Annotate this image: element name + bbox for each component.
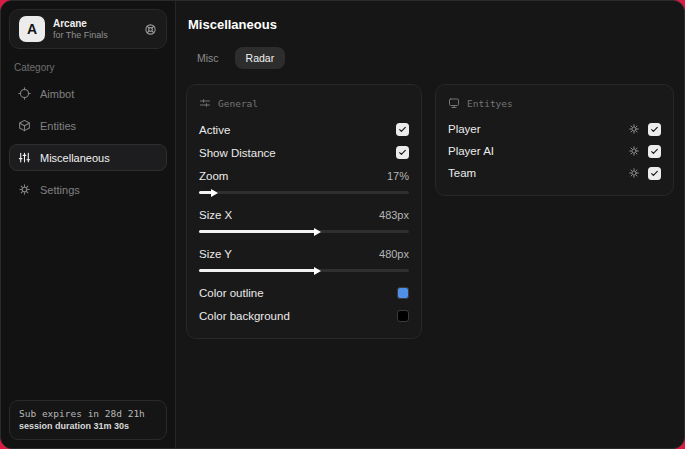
- tab-radar[interactable]: Radar: [235, 47, 286, 69]
- app-name: Arcane: [53, 18, 136, 30]
- session-duration-text: session duration 31m 30s: [19, 420, 157, 432]
- team-checkbox[interactable]: [648, 167, 661, 180]
- slider-row-size-y: Size Y 480px: [199, 242, 409, 265]
- sidebar-item-label: Settings: [40, 184, 80, 196]
- support-icon[interactable]: [144, 23, 157, 36]
- slider-track: [199, 191, 409, 194]
- category-label: Category: [14, 62, 162, 73]
- player-checkbox[interactable]: [648, 123, 661, 136]
- subscription-info-card: Sub expires in 28d 21h session duration …: [9, 400, 167, 440]
- check-icon: [650, 169, 659, 178]
- sidebar-item-label: Aimbot: [40, 88, 74, 100]
- panel-title: Entityes: [467, 98, 513, 109]
- sidebar-item-label: Entities: [40, 120, 76, 132]
- main-content: Miscellaneous Misc Radar General Active: [176, 1, 685, 448]
- color-row-background: Color background: [199, 304, 409, 327]
- tab-bar: Misc Radar: [186, 47, 674, 69]
- gear-icon[interactable]: [628, 145, 640, 157]
- check-icon: [398, 125, 407, 134]
- entities-panel: Entityes Player Player AI: [435, 84, 674, 196]
- color-label: Color outline: [199, 287, 264, 299]
- sidebar-item-label: Miscellaneous: [40, 152, 110, 164]
- color-outline-swatch[interactable]: [397, 287, 409, 299]
- sliders-horizontal-icon: [199, 97, 211, 109]
- gear-icon: [18, 183, 31, 196]
- entity-row-player-ai: Player AI: [448, 140, 661, 162]
- size-x-slider[interactable]: [199, 226, 409, 237]
- sidebar-item-aimbot[interactable]: Aimbot: [9, 80, 167, 107]
- slider-fill: [199, 230, 315, 233]
- slider-label: Size Y: [199, 248, 232, 260]
- panel-title: General: [218, 98, 258, 109]
- gear-icon[interactable]: [628, 123, 640, 135]
- check-icon: [398, 148, 407, 157]
- cube-icon: [18, 119, 31, 132]
- slider-fill: [199, 191, 212, 194]
- color-label: Color background: [199, 310, 290, 322]
- slider-thumb[interactable]: [211, 189, 218, 197]
- tab-misc[interactable]: Misc: [186, 47, 230, 69]
- active-checkbox[interactable]: [396, 123, 409, 136]
- entity-label: Player AI: [448, 145, 620, 157]
- color-row-outline: Color outline: [199, 281, 409, 304]
- slider-thumb[interactable]: [314, 228, 321, 236]
- sub-expiry-text: Sub expires in 28d 21h: [19, 407, 157, 420]
- slider-value: 480px: [379, 248, 409, 260]
- check-icon: [650, 147, 659, 156]
- slider-row-size-x: Size X 483px: [199, 203, 409, 226]
- slider-value: 17%: [387, 170, 409, 182]
- sidebar: A Arcane for The Finals Category Aimbot …: [1, 1, 176, 448]
- sidebar-item-settings[interactable]: Settings: [9, 176, 167, 203]
- size-y-slider[interactable]: [199, 265, 409, 276]
- sidebar-item-entities[interactable]: Entities: [9, 112, 167, 139]
- toggle-label: Active: [199, 124, 230, 136]
- slider-value: 483px: [379, 209, 409, 221]
- player-ai-checkbox[interactable]: [648, 145, 661, 158]
- check-icon: [650, 125, 659, 134]
- sidebar-item-miscellaneous[interactable]: Miscellaneous: [9, 144, 167, 171]
- general-panel: General Active Show Distance Zoom: [186, 84, 422, 339]
- gear-icon[interactable]: [628, 167, 640, 179]
- toggle-label: Show Distance: [199, 147, 276, 159]
- sliders-icon: [18, 151, 31, 164]
- color-background-swatch[interactable]: [397, 310, 409, 322]
- app-logo: A: [19, 16, 45, 42]
- entity-label: Player: [448, 123, 620, 135]
- app-header-card[interactable]: A Arcane for The Finals: [9, 9, 167, 49]
- toggle-row-show-distance: Show Distance: [199, 141, 409, 164]
- toggle-row-active: Active: [199, 118, 409, 141]
- slider-thumb[interactable]: [314, 267, 321, 275]
- entity-row-team: Team: [448, 162, 661, 184]
- app-window: A Arcane for The Finals Category Aimbot …: [0, 0, 685, 449]
- entity-row-player: Player: [448, 118, 661, 140]
- slider-fill: [199, 269, 315, 272]
- show-distance-checkbox[interactable]: [396, 146, 409, 159]
- zoom-slider[interactable]: [199, 187, 409, 198]
- crosshair-icon: [18, 87, 31, 100]
- monitor-icon: [448, 97, 460, 109]
- entity-label: Team: [448, 167, 620, 179]
- slider-label: Zoom: [199, 170, 228, 182]
- slider-row-zoom: Zoom 17%: [199, 164, 409, 187]
- slider-label: Size X: [199, 209, 232, 221]
- page-title: Miscellaneous: [188, 17, 674, 32]
- app-subtitle: for The Finals: [53, 30, 136, 41]
